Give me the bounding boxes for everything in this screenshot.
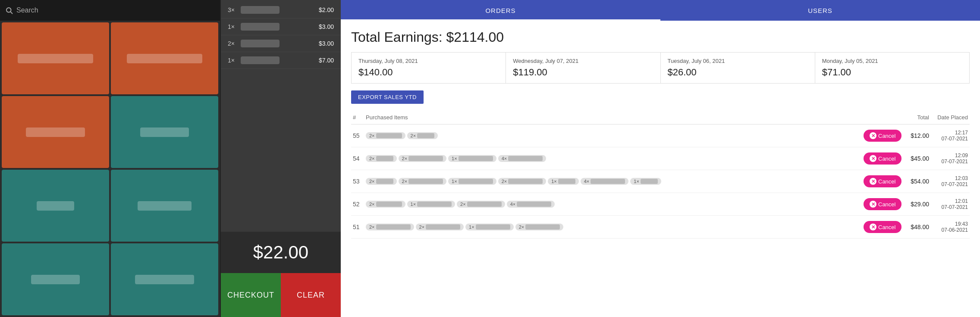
order-cancel-cell: ✕ Cancel [862, 193, 905, 216]
tag-name-placeholder [508, 156, 543, 161]
tag-name-placeholder [376, 156, 393, 161]
order-item-tag: 2× [366, 201, 405, 208]
tab-users[interactable]: USERS [660, 0, 980, 21]
col-header-num: # [351, 111, 364, 124]
date-card-label: Wednesday, July 07, 2021 [513, 58, 653, 64]
order-item-tag: 2× [399, 178, 447, 185]
order-total: $48.00 [905, 216, 931, 239]
search-input[interactable] [16, 6, 215, 14]
cart-item-qty: 1× [228, 57, 238, 64]
order-total: $29.00 [905, 193, 931, 216]
tag-qty: 2× [519, 224, 525, 230]
tag-name-placeholder [459, 179, 493, 184]
tag-qty: 2× [369, 133, 375, 138]
item-label [18, 54, 93, 63]
table-row: 55 2× 2× ✕ Cancel $12.00 12:1707-07-2021 [351, 124, 970, 147]
order-items-cell: 2× 1× 2× 4× [364, 193, 862, 216]
grid-item-7[interactable] [2, 243, 109, 315]
tag-qty: 2× [460, 202, 466, 207]
order-date: 19:4307-06-2021 [931, 216, 970, 239]
grid-item-1[interactable] [2, 22, 109, 94]
tab-orders[interactable]: ORDERS [341, 0, 660, 21]
col-header-items: Purchased Items [364, 111, 862, 124]
total-earnings: Total Earnings: $2114.00 [351, 29, 970, 45]
clear-button[interactable]: CLEAR [281, 273, 341, 317]
cart-item: 1× $7.00 [221, 52, 341, 69]
grid-item-6[interactable] [111, 170, 218, 242]
order-date: 12:1707-07-2021 [931, 124, 970, 147]
order-items-cell: 2× 2× 1× 2× [364, 216, 862, 239]
cart-item-price: $3.00 [319, 23, 334, 30]
tag-qty: 1× [452, 156, 457, 161]
date-card: Wednesday, July 07, 2021 $119.00 [506, 53, 660, 83]
cart-item: 1× $3.00 [221, 19, 341, 35]
grid-item-8[interactable] [111, 243, 218, 315]
order-item-tag: 2× [366, 224, 414, 230]
orders-panel: ORDERSUSERS Total Earnings: $2114.00 Thu… [341, 0, 980, 317]
cancel-button[interactable]: ✕ Cancel [864, 130, 901, 142]
orders-content: Total Earnings: $2114.00 Thursday, July … [341, 21, 980, 317]
order-item-tag: 2× [498, 178, 547, 185]
item-label [37, 201, 74, 211]
cancel-button[interactable]: ✕ Cancel [864, 152, 901, 165]
cart-panel: 3× $2.00 1× $3.00 2× $3.00 1× $7.00 $22.… [220, 0, 341, 317]
tag-name-placeholder [408, 156, 443, 161]
orders-tabs: ORDERSUSERS [341, 0, 980, 21]
tag-name-placeholder [467, 202, 502, 207]
tag-qty: 1× [411, 202, 416, 207]
tag-name-placeholder [417, 133, 434, 138]
export-button[interactable]: EXPORT SALES YTD [351, 90, 424, 104]
col-header-total: Total [905, 111, 931, 124]
tag-qty: 2× [402, 156, 408, 161]
order-item-tag: 4× [507, 201, 555, 208]
order-item-tag: 2× [366, 132, 405, 139]
cart-item-price: $7.00 [319, 57, 334, 64]
cart-item-qty: 3× [228, 6, 238, 13]
cancel-button[interactable]: ✕ Cancel [864, 221, 901, 233]
cancel-button[interactable]: ✕ Cancel [864, 175, 901, 187]
order-item-tag: 4× [498, 155, 547, 162]
order-item-tag: 2× [399, 155, 447, 162]
items-grid [0, 21, 220, 317]
tag-name-placeholder [517, 202, 551, 207]
grid-item-4[interactable] [111, 96, 218, 168]
date-card-label: Tuesday, July 06, 2021 [668, 58, 808, 64]
cart-item-qty: 1× [228, 23, 238, 30]
cart-actions: CHECKOUT CLEAR [221, 273, 341, 317]
order-item-tag: 1× [548, 178, 579, 185]
cancel-icon: ✕ [870, 132, 876, 139]
cancel-button[interactable]: ✕ Cancel [864, 198, 901, 210]
order-item-tag: 2× [457, 201, 505, 208]
grid-item-5[interactable] [2, 170, 109, 242]
orders-tbody: 55 2× 2× ✕ Cancel $12.00 12:1707-07-2021… [351, 124, 970, 239]
order-items-cell: 2× 2× 1× 4× [364, 147, 862, 170]
date-card: Monday, July 05, 2021 $71.00 [815, 53, 969, 83]
tag-name-placeholder [408, 179, 443, 184]
order-num: 52 [351, 193, 364, 216]
tag-name-placeholder [641, 179, 658, 184]
order-item-tag: 2× [407, 132, 438, 139]
tag-qty: 2× [402, 179, 408, 184]
date-card: Tuesday, July 06, 2021 $26.00 [661, 53, 815, 83]
order-num: 53 [351, 170, 364, 193]
order-items-cell: 2× 2× [364, 124, 862, 147]
cart-item-name [241, 56, 280, 64]
date-card-amount: $140.00 [358, 67, 499, 78]
tag-qty: 2× [369, 156, 375, 161]
cancel-icon: ✕ [870, 178, 876, 185]
order-date: 12:0307-07-2021 [931, 170, 970, 193]
order-item-tag: 1× [407, 201, 455, 208]
grid-item-3[interactable] [2, 96, 109, 168]
checkout-button[interactable]: CHECKOUT [221, 273, 281, 317]
cancel-icon: ✕ [870, 201, 876, 208]
date-card: Thursday, July 08, 2021 $140.00 [352, 53, 506, 83]
tag-name-placeholder [376, 133, 402, 138]
cart-item-name [241, 6, 280, 14]
cart-item-price: $3.00 [319, 40, 334, 47]
search-bar [0, 0, 220, 21]
order-item-tag: 1× [448, 155, 496, 162]
tag-qty: 2× [369, 202, 375, 207]
grid-item-2[interactable] [111, 22, 218, 94]
order-cancel-cell: ✕ Cancel [862, 124, 905, 147]
cart-item-left: 1× [228, 23, 280, 31]
